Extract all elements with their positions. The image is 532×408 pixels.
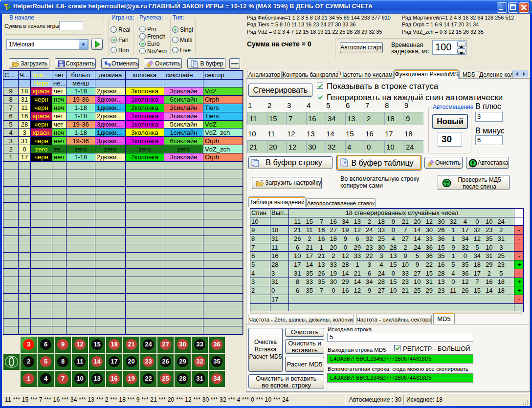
svg-text:5: 5 bbox=[446, 183, 447, 186]
